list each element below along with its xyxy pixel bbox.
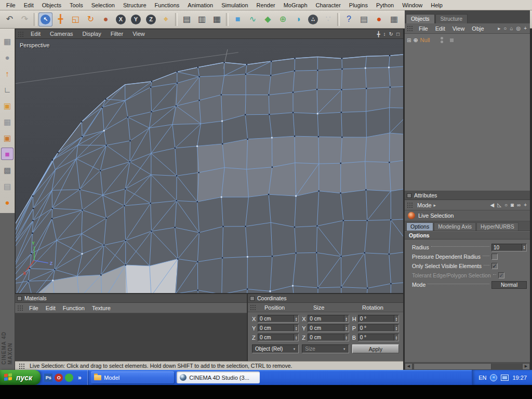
menu-plugins[interactable]: Plugins xyxy=(345,1,372,9)
tray-display-icon[interactable] xyxy=(501,375,509,381)
panel-icon[interactable] xyxy=(250,296,255,301)
rotation-p-input[interactable]: 0 °▲▼ xyxy=(358,324,399,332)
add-environment-button[interactable]: ∵ xyxy=(321,12,335,26)
quicklaunch-overflow-icon[interactable]: » xyxy=(75,374,84,382)
start-button[interactable]: пуск xyxy=(0,370,41,385)
lock-x-axis-button[interactable]: X xyxy=(114,12,128,26)
menu-mograph[interactable]: MoGraph xyxy=(280,1,312,9)
viewport-menu-filter[interactable]: Filter xyxy=(106,31,128,37)
viewport-menu-display[interactable]: Display xyxy=(78,31,106,37)
object-name[interactable]: Null xyxy=(420,37,430,43)
lock-y-axis-button[interactable]: Y xyxy=(129,12,143,26)
timeline-button[interactable]: ▦ xyxy=(387,12,401,26)
radius-input[interactable]: 10▲▼ xyxy=(491,244,527,251)
tolerant-edge-polygon-selection-checkbox[interactable]: ✓ xyxy=(498,272,504,278)
tab-structure[interactable]: Structure xyxy=(435,14,468,23)
language-indicator[interactable]: EN xyxy=(478,375,486,381)
scrollbar-thumb[interactable] xyxy=(414,363,491,370)
menu-character[interactable]: Character xyxy=(312,1,345,9)
size-z-input[interactable]: 0 cm▲▼ xyxy=(308,334,349,341)
add-spline-button[interactable]: ∿ xyxy=(246,12,260,26)
render-settings-button[interactable]: ▦ xyxy=(210,12,224,26)
panel-grip[interactable] xyxy=(19,363,25,369)
viewport-view-label[interactable]: Perspective xyxy=(20,42,49,48)
object-tree[interactable]: ⊞⊕Null xyxy=(405,34,530,191)
spinner-icon[interactable]: ▲▼ xyxy=(294,325,298,331)
link-icon[interactable]: ∞ xyxy=(517,202,521,208)
tray-expand-icon[interactable]: « xyxy=(490,374,497,381)
menu-render[interactable]: Render xyxy=(252,1,280,9)
viewport-menu-edit[interactable]: Edit xyxy=(26,31,45,37)
panel-grip[interactable] xyxy=(250,304,257,310)
grid-array-button[interactable]: ▦ xyxy=(1,35,14,47)
menu-overflow-icon[interactable]: ▸ xyxy=(498,25,500,31)
spinner-icon[interactable]: ▲▼ xyxy=(344,315,349,322)
only-select-visible-elements-checkbox[interactable]: ✓ xyxy=(491,263,498,269)
menu-objects[interactable]: Objects xyxy=(38,1,65,9)
spinner-icon[interactable]: ▲▼ xyxy=(394,315,398,322)
lock-z-axis-button[interactable]: Z xyxy=(144,12,158,26)
scroll-right-button[interactable]: ▶ xyxy=(522,363,530,370)
lock-icon[interactable]: ◙ xyxy=(511,202,514,208)
materials-menu-file[interactable]: File xyxy=(25,305,42,311)
materials-menu-edit[interactable]: Edit xyxy=(42,305,59,311)
opera-icon[interactable]: O xyxy=(55,374,63,382)
apply-button[interactable]: Apply xyxy=(352,344,399,353)
rotation-h-input[interactable]: 0 °▲▼ xyxy=(358,315,399,323)
model-mode-button[interactable]: ▣ xyxy=(1,99,14,112)
menu-simulation[interactable]: Simulation xyxy=(217,1,252,9)
scale-tool-button[interactable]: ◱ xyxy=(69,12,83,26)
materials-menu-function[interactable]: Function xyxy=(59,305,88,311)
mode-dropdown[interactable]: Normal xyxy=(491,281,527,289)
panel-icon[interactable] xyxy=(17,296,22,301)
add-primitive-button[interactable]: ■ xyxy=(231,12,245,26)
make-editable-button[interactable]: ↑ xyxy=(1,67,14,79)
panel-icon[interactable] xyxy=(407,193,411,198)
pan-view-icon[interactable]: ╋ xyxy=(377,31,380,37)
menu-animation[interactable]: Animation xyxy=(183,1,217,9)
task-cinema-4d-studio-3[interactable]: CINEMA 4D Studio (3... xyxy=(177,371,260,383)
search-icon[interactable]: ○ xyxy=(503,25,507,31)
maximize-view-icon[interactable]: □ xyxy=(396,31,400,37)
position-x-input[interactable]: 0 cm▲▼ xyxy=(258,315,299,323)
menu-structure[interactable]: Structure xyxy=(119,1,151,9)
menu-python[interactable]: Python xyxy=(372,1,398,9)
object-axis-mode-button[interactable]: ▣ xyxy=(1,131,14,144)
render-view-button[interactable]: ▤ xyxy=(180,12,194,26)
spinner-icon[interactable]: ▲▼ xyxy=(394,325,398,331)
expand-icon[interactable]: ⊞ xyxy=(407,37,411,43)
tab-objects[interactable]: Objects xyxy=(406,14,435,23)
menu-selection[interactable]: Selection xyxy=(87,1,119,9)
shader-ball-button[interactable]: ● xyxy=(1,51,14,63)
spinner-icon[interactable]: ▲▼ xyxy=(294,334,298,341)
objects-menu-obje[interactable]: Obje xyxy=(468,25,487,32)
materials-content[interactable] xyxy=(15,313,247,362)
add-icon[interactable]: + xyxy=(524,25,527,31)
move-tool-button[interactable]: ╋ xyxy=(54,12,68,26)
spinner-icon[interactable]: ▲▼ xyxy=(522,244,526,251)
polygon-mode-button[interactable]: ■ xyxy=(1,148,14,160)
tab-modeling-axis[interactable]: Modeling Axis xyxy=(434,222,476,231)
rotate-view-icon[interactable]: ↻ xyxy=(389,31,393,37)
panel-grip[interactable] xyxy=(407,202,414,208)
menu-tools[interactable]: Tools xyxy=(65,1,87,9)
filter-icon[interactable]: ◎ xyxy=(516,25,521,31)
objects-menu-view[interactable]: View xyxy=(449,25,469,32)
object-system-dropdown[interactable]: Object (Rel)▼ xyxy=(252,344,299,353)
add-modeling-object-button[interactable]: ◆ xyxy=(261,12,275,26)
attributes-mode-menu[interactable]: Mode xyxy=(415,202,434,208)
scroll-left-button[interactable]: ◀ xyxy=(405,363,413,370)
add-icon[interactable]: + xyxy=(524,202,527,208)
brush-icon[interactable]: ◺ xyxy=(497,202,501,208)
object-mode-button[interactable]: ▦ xyxy=(1,115,14,128)
spinner-icon[interactable]: ▲▼ xyxy=(394,334,398,341)
undo-button[interactable]: ↶ xyxy=(3,12,17,26)
coordinate-sphere-button[interactable]: ● xyxy=(99,12,113,26)
scrollbar-track[interactable] xyxy=(413,363,522,370)
objects-menu-file[interactable]: File xyxy=(415,25,432,32)
rotation-b-input[interactable]: 0 °▲▼ xyxy=(358,334,399,341)
add-deformer-button[interactable]: ◑ xyxy=(291,12,305,26)
zoom-view-icon[interactable]: ↕ xyxy=(383,31,386,37)
search-icon[interactable]: ○ xyxy=(504,202,508,208)
size-x-input[interactable]: 0 cm▲▼ xyxy=(308,315,349,323)
